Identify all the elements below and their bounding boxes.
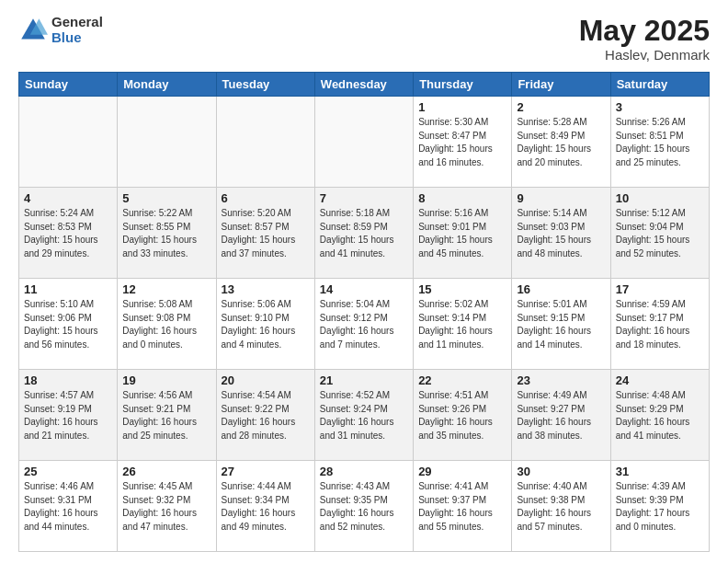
day-number: 25 bbox=[24, 465, 112, 478]
logo-icon bbox=[18, 16, 48, 45]
calendar-cell: 22Sunrise: 4:51 AM Sunset: 9:26 PM Dayli… bbox=[414, 370, 512, 461]
calendar-cell: 4Sunrise: 5:24 AM Sunset: 8:53 PM Daylig… bbox=[19, 188, 118, 279]
day-number: 4 bbox=[24, 191, 112, 205]
title-block: May 2025 Haslev, Denmark bbox=[579, 15, 710, 63]
day-info: Sunrise: 5:24 AM Sunset: 8:53 PM Dayligh… bbox=[24, 207, 112, 260]
day-number: 9 bbox=[517, 191, 605, 205]
day-info: Sunrise: 5:20 AM Sunset: 8:57 PM Dayligh… bbox=[222, 207, 310, 260]
logo-text: General Blue bbox=[51, 15, 103, 45]
calendar-cell: 25Sunrise: 4:46 AM Sunset: 9:31 PM Dayli… bbox=[19, 461, 118, 552]
day-number: 5 bbox=[122, 191, 210, 205]
calendar-week-row: 11Sunrise: 5:10 AM Sunset: 9:06 PM Dayli… bbox=[19, 279, 710, 370]
calendar-cell bbox=[19, 97, 118, 188]
day-number: 22 bbox=[418, 373, 506, 387]
calendar-cell: 27Sunrise: 4:44 AM Sunset: 9:34 PM Dayli… bbox=[216, 461, 314, 552]
day-number: 20 bbox=[222, 373, 310, 387]
calendar-cell: 23Sunrise: 4:49 AM Sunset: 9:27 PM Dayli… bbox=[512, 370, 610, 461]
day-number: 21 bbox=[320, 373, 408, 387]
calendar-cell: 21Sunrise: 4:52 AM Sunset: 9:24 PM Dayli… bbox=[314, 370, 413, 461]
calendar-cell: 24Sunrise: 4:48 AM Sunset: 9:29 PM Dayli… bbox=[610, 370, 709, 461]
day-info: Sunrise: 5:14 AM Sunset: 9:03 PM Dayligh… bbox=[517, 207, 605, 260]
calendar-cell: 26Sunrise: 4:45 AM Sunset: 9:32 PM Dayli… bbox=[118, 461, 216, 552]
calendar-cell: 19Sunrise: 4:56 AM Sunset: 9:21 PM Dayli… bbox=[118, 370, 216, 461]
calendar-cell: 31Sunrise: 4:39 AM Sunset: 9:39 PM Dayli… bbox=[610, 461, 709, 552]
day-info: Sunrise: 4:57 AM Sunset: 9:19 PM Dayligh… bbox=[24, 389, 112, 442]
day-info: Sunrise: 5:22 AM Sunset: 8:55 PM Dayligh… bbox=[122, 207, 210, 260]
day-number: 3 bbox=[616, 100, 704, 114]
day-info: Sunrise: 4:40 AM Sunset: 9:38 PM Dayligh… bbox=[517, 480, 605, 534]
day-number: 15 bbox=[418, 282, 506, 296]
day-number: 10 bbox=[616, 191, 704, 205]
calendar-cell: 13Sunrise: 5:06 AM Sunset: 9:10 PM Dayli… bbox=[216, 279, 314, 370]
logo-general-text: General bbox=[51, 15, 103, 30]
calendar-cell: 3Sunrise: 5:26 AM Sunset: 8:51 PM Daylig… bbox=[610, 97, 709, 188]
day-number: 19 bbox=[122, 373, 210, 387]
day-info: Sunrise: 4:54 AM Sunset: 9:22 PM Dayligh… bbox=[222, 389, 310, 442]
day-info: Sunrise: 4:56 AM Sunset: 9:21 PM Dayligh… bbox=[122, 389, 210, 442]
calendar-week-row: 25Sunrise: 4:46 AM Sunset: 9:31 PM Dayli… bbox=[19, 461, 710, 552]
calendar-cell: 7Sunrise: 5:18 AM Sunset: 8:59 PM Daylig… bbox=[314, 188, 413, 279]
calendar-cell: 9Sunrise: 5:14 AM Sunset: 9:03 PM Daylig… bbox=[512, 188, 610, 279]
day-info: Sunrise: 4:46 AM Sunset: 9:31 PM Dayligh… bbox=[24, 480, 112, 534]
header-row: Sunday Monday Tuesday Wednesday Thursday… bbox=[19, 73, 710, 97]
day-info: Sunrise: 5:08 AM Sunset: 9:08 PM Dayligh… bbox=[122, 298, 210, 351]
day-number: 31 bbox=[616, 465, 704, 478]
day-number: 2 bbox=[517, 100, 605, 114]
calendar-cell: 11Sunrise: 5:10 AM Sunset: 9:06 PM Dayli… bbox=[19, 279, 118, 370]
day-info: Sunrise: 5:04 AM Sunset: 9:12 PM Dayligh… bbox=[320, 298, 408, 351]
day-info: Sunrise: 4:43 AM Sunset: 9:35 PM Dayligh… bbox=[320, 480, 408, 534]
day-info: Sunrise: 4:39 AM Sunset: 9:39 PM Dayligh… bbox=[616, 480, 704, 534]
day-number: 27 bbox=[222, 465, 310, 478]
calendar-cell: 8Sunrise: 5:16 AM Sunset: 9:01 PM Daylig… bbox=[414, 188, 512, 279]
logo: General Blue bbox=[18, 15, 103, 45]
calendar-week-row: 4Sunrise: 5:24 AM Sunset: 8:53 PM Daylig… bbox=[19, 188, 710, 279]
col-friday: Friday bbox=[512, 73, 610, 97]
day-number: 17 bbox=[616, 282, 704, 296]
day-number: 6 bbox=[222, 191, 310, 205]
day-number: 28 bbox=[320, 465, 408, 478]
calendar-cell: 5Sunrise: 5:22 AM Sunset: 8:55 PM Daylig… bbox=[118, 188, 216, 279]
day-info: Sunrise: 4:48 AM Sunset: 9:29 PM Dayligh… bbox=[616, 389, 704, 442]
day-info: Sunrise: 5:18 AM Sunset: 8:59 PM Dayligh… bbox=[320, 207, 408, 260]
calendar-cell: 6Sunrise: 5:20 AM Sunset: 8:57 PM Daylig… bbox=[216, 188, 314, 279]
day-number: 7 bbox=[320, 191, 408, 205]
calendar-cell: 10Sunrise: 5:12 AM Sunset: 9:04 PM Dayli… bbox=[610, 188, 709, 279]
main-title: May 2025 bbox=[579, 15, 710, 47]
day-info: Sunrise: 4:49 AM Sunset: 9:27 PM Dayligh… bbox=[517, 389, 605, 442]
logo-blue-text: Blue bbox=[51, 30, 103, 46]
calendar-cell bbox=[118, 97, 216, 188]
calendar-cell: 2Sunrise: 5:28 AM Sunset: 8:49 PM Daylig… bbox=[512, 97, 610, 188]
day-info: Sunrise: 4:51 AM Sunset: 9:26 PM Dayligh… bbox=[418, 389, 506, 442]
col-tuesday: Tuesday bbox=[216, 73, 314, 97]
calendar-cell: 12Sunrise: 5:08 AM Sunset: 9:08 PM Dayli… bbox=[118, 279, 216, 370]
day-number: 30 bbox=[517, 465, 605, 478]
calendar-cell bbox=[314, 97, 413, 188]
subtitle: Haslev, Denmark bbox=[579, 47, 710, 63]
col-sunday: Sunday bbox=[19, 73, 118, 97]
day-info: Sunrise: 4:41 AM Sunset: 9:37 PM Dayligh… bbox=[418, 480, 506, 534]
day-info: Sunrise: 5:10 AM Sunset: 9:06 PM Dayligh… bbox=[24, 298, 112, 351]
calendar-cell: 16Sunrise: 5:01 AM Sunset: 9:15 PM Dayli… bbox=[512, 279, 610, 370]
calendar-cell: 17Sunrise: 4:59 AM Sunset: 9:17 PM Dayli… bbox=[610, 279, 709, 370]
calendar-cell: 14Sunrise: 5:04 AM Sunset: 9:12 PM Dayli… bbox=[314, 279, 413, 370]
calendar-week-row: 1Sunrise: 5:30 AM Sunset: 8:47 PM Daylig… bbox=[19, 97, 710, 188]
calendar-cell: 1Sunrise: 5:30 AM Sunset: 8:47 PM Daylig… bbox=[414, 97, 512, 188]
day-info: Sunrise: 4:45 AM Sunset: 9:32 PM Dayligh… bbox=[122, 480, 210, 534]
header: General Blue May 2025 Haslev, Denmark bbox=[18, 15, 710, 63]
day-number: 26 bbox=[122, 465, 210, 478]
day-info: Sunrise: 5:12 AM Sunset: 9:04 PM Dayligh… bbox=[616, 207, 704, 260]
day-info: Sunrise: 4:44 AM Sunset: 9:34 PM Dayligh… bbox=[222, 480, 310, 534]
day-info: Sunrise: 5:28 AM Sunset: 8:49 PM Dayligh… bbox=[517, 116, 605, 169]
day-number: 11 bbox=[24, 282, 112, 296]
day-info: Sunrise: 5:06 AM Sunset: 9:10 PM Dayligh… bbox=[222, 298, 310, 351]
day-info: Sunrise: 5:02 AM Sunset: 9:14 PM Dayligh… bbox=[418, 298, 506, 351]
day-info: Sunrise: 5:26 AM Sunset: 8:51 PM Dayligh… bbox=[616, 116, 704, 169]
calendar-body: 1Sunrise: 5:30 AM Sunset: 8:47 PM Daylig… bbox=[19, 97, 710, 552]
day-info: Sunrise: 5:16 AM Sunset: 9:01 PM Dayligh… bbox=[418, 207, 506, 260]
day-number: 13 bbox=[222, 282, 310, 296]
col-thursday: Thursday bbox=[414, 73, 512, 97]
day-info: Sunrise: 5:30 AM Sunset: 8:47 PM Dayligh… bbox=[418, 116, 506, 169]
day-number: 14 bbox=[320, 282, 408, 296]
calendar-cell: 29Sunrise: 4:41 AM Sunset: 9:37 PM Dayli… bbox=[414, 461, 512, 552]
calendar-cell bbox=[216, 97, 314, 188]
